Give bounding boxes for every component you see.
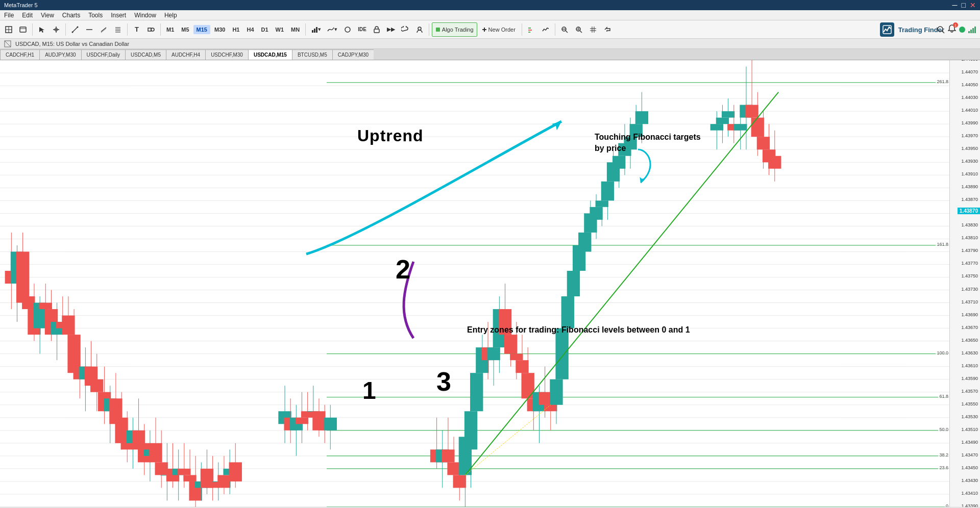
community-button[interactable] [413, 22, 426, 37]
svg-point-26 [418, 27, 421, 30]
tab-cadchf-h1[interactable]: CADCHF,H1 [0, 49, 39, 60]
maximize-button[interactable]: □ [962, 1, 966, 9]
grid-button[interactable] [586, 22, 600, 37]
zoom-in-button[interactable] [572, 22, 585, 37]
svg-point-24 [345, 27, 350, 32]
tf-m15[interactable]: M15 [193, 25, 210, 34]
crosshair-button[interactable] [50, 22, 63, 37]
cursor-button[interactable] [35, 22, 48, 37]
svg-rect-22 [314, 29, 315, 33]
menu-view[interactable]: View [41, 12, 54, 19]
tab-audjpy-m30[interactable]: AUDJPY,M30 [39, 49, 81, 60]
tab-usdcad-m5[interactable]: USDCAD,M5 [125, 49, 166, 60]
trend-line-button[interactable] [68, 22, 82, 37]
ide-button[interactable]: IDE [355, 22, 369, 37]
price-label-1.44010: 1.44010 [961, 108, 978, 113]
notification-icon[interactable]: 1 [948, 24, 956, 35]
tab-audchf-h4[interactable]: AUDCHF,H4 [166, 49, 205, 60]
tf-mn[interactable]: MN [288, 25, 303, 34]
tf-h1[interactable]: H1 [229, 25, 242, 34]
svg-rect-25 [374, 29, 379, 33]
svg-rect-19 [148, 28, 151, 31]
fib-label-38.2: 38.2 [938, 452, 949, 458]
channel-button[interactable] [97, 22, 110, 37]
text-button[interactable]: T [130, 22, 143, 37]
svg-line-9 [72, 27, 78, 32]
current-price-badge: 1.43870 [958, 208, 980, 214]
hline-button[interactable] [83, 22, 96, 37]
chart-icon [4, 40, 11, 47]
menu-insert[interactable]: Insert [111, 12, 126, 19]
tab-cadjpy-m30[interactable]: CADJPY,M30 [332, 49, 374, 60]
svg-rect-27 [436, 28, 440, 32]
tf-m5[interactable]: M5 [178, 25, 192, 34]
tab-usdcad-m15[interactable]: USDCAD,M15 [248, 49, 292, 60]
lock-button[interactable] [370, 22, 383, 37]
fib-button[interactable] [111, 22, 125, 37]
svg-rect-31 [528, 30, 532, 31]
chart-title-bar: USDCAD, M15: US Dollar vs Canadian Dolla… [0, 39, 980, 49]
tf-m30[interactable]: M30 [211, 25, 228, 34]
autoscroll-button[interactable] [601, 22, 614, 37]
svg-rect-32 [528, 32, 530, 33]
price-label-1.43690: 1.43690 [961, 313, 978, 317]
price-label-1.43910: 1.43910 [961, 172, 978, 176]
price-label-1.43510: 1.43510 [961, 427, 978, 432]
depth-button[interactable] [525, 22, 538, 37]
price-label-1.43990: 1.43990 [961, 121, 978, 125]
sep1 [32, 23, 33, 36]
tab-btcusd-m5[interactable]: BTCUSD,M5 [292, 49, 332, 60]
minimize-button[interactable]: ─ [952, 1, 958, 9]
chart-type-dropdown[interactable]: ▾ [308, 22, 324, 37]
tf-h4[interactable]: H4 [243, 25, 257, 34]
cloud-button[interactable] [399, 22, 412, 37]
price-label-1.44070: 1.44070 [961, 70, 978, 74]
menu-file[interactable]: File [4, 12, 14, 19]
chart-view-button[interactable] [539, 22, 552, 37]
menu-edit[interactable]: Edit [22, 12, 33, 19]
svg-rect-3 [20, 27, 26, 32]
forward-button[interactable]: ▶▶ [384, 22, 398, 37]
shapes-button[interactable] [144, 22, 158, 37]
fib-label-161.8: 161.8 [936, 242, 949, 247]
zoom-out-button[interactable] [558, 22, 571, 37]
price-label-1.43710: 1.43710 [961, 300, 978, 304]
tab-usdchf-daily[interactable]: USDCHF,Daily [81, 49, 126, 60]
objects-button[interactable] [341, 22, 354, 37]
new-chart-button[interactable] [2, 22, 15, 37]
new-order-label: New Order [488, 27, 516, 33]
price-label-1.43430: 1.43430 [961, 478, 978, 483]
fib-label-261.8: 261.8 [936, 79, 949, 84]
close-button[interactable]: ✕ [970, 1, 976, 9]
sep8 [555, 23, 555, 36]
price-label-1.43970: 1.43970 [961, 134, 978, 138]
top-right-icons: 1 [937, 20, 980, 39]
indicators-button[interactable]: ▾ [325, 22, 340, 37]
chart-area[interactable]: 1.433901.434101.434301.434501.434701.434… [0, 60, 980, 507]
chart-title: USDCAD, M15: US Dollar vs Canadian Dolla… [15, 41, 129, 47]
price-label-1.44050: 1.44050 [961, 83, 978, 87]
chart-canvas [0, 60, 980, 507]
algo-trading-button[interactable]: Algo Trading [432, 22, 477, 37]
price-label-1.43790: 1.43790 [961, 248, 978, 253]
tf-d1[interactable]: D1 [258, 25, 272, 34]
price-label-1.43610: 1.43610 [961, 364, 978, 368]
svg-line-48 [5, 41, 11, 47]
tab-usdchf-m30[interactable]: USDCHF,M30 [205, 49, 248, 60]
search-icon[interactable] [937, 26, 945, 34]
new-order-button[interactable]: New Order [478, 22, 519, 37]
price-label-1.43870: 1.43870 [961, 197, 978, 202]
svg-point-20 [151, 28, 154, 31]
templates-button[interactable] [16, 22, 30, 37]
tf-m1[interactable]: M1 [163, 25, 177, 34]
price-label-1.43770: 1.43770 [961, 261, 978, 266]
menu-charts[interactable]: Charts [62, 12, 80, 19]
trading-finder-logo: Trading Finder [880, 20, 944, 39]
tf-w1[interactable]: W1 [273, 25, 287, 34]
price-label-1.43490: 1.43490 [961, 440, 978, 445]
menu-tools[interactable]: Tools [88, 12, 103, 19]
sep2 [65, 23, 66, 36]
sep3 [127, 23, 128, 36]
menu-window[interactable]: Window [134, 12, 156, 19]
menu-help[interactable]: Help [164, 12, 177, 19]
